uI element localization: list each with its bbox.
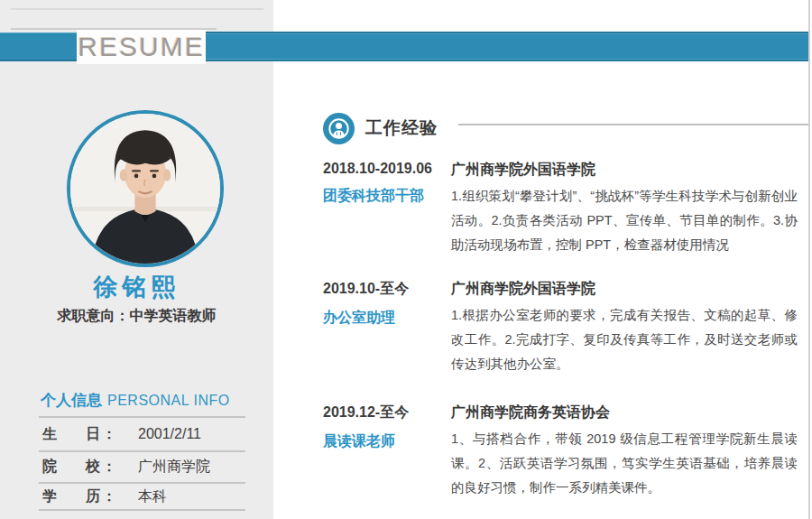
- person-badge-icon: [323, 113, 355, 144]
- entry-description: 1.根据办公室老师的要求，完成有关报告、文稿的起草、修改工作。2.完成打字、复印…: [451, 303, 798, 376]
- row-colon: ：: [102, 487, 116, 506]
- header-accent-band: [206, 32, 809, 61]
- resume-title: RESUME: [78, 32, 204, 62]
- entry-period: 2019.12-至今: [323, 403, 451, 422]
- section-rule-line: [458, 124, 809, 125]
- entry-meta: 2019.12-至今 晨读课老师: [323, 403, 451, 500]
- entry-meta: 2018.10-2019.06 团委科技部干部: [323, 161, 451, 257]
- table-row-school: 院 校 ： 广州商学院: [39, 452, 245, 484]
- portrait-illustration: [70, 114, 220, 264]
- experience-entry: 2018.10-2019.06 团委科技部干部 广州商学院外国语学院 1.组织策…: [323, 161, 798, 257]
- entry-body: 广州商学院外国语学院 1.根据办公室老师的要求，完成有关报告、文稿的起草、修改工…: [451, 280, 798, 376]
- entry-body: 广州商学院外国语学院 1.组织策划“攀登计划”、“挑战杯”等学生科技学术与创新创…: [451, 161, 798, 257]
- personal-info-header: 个人信息PERSONAL INFO: [41, 390, 230, 411]
- entry-meta: 2019.10-至今 办公室助理: [323, 280, 451, 376]
- entry-description: 1.组织策划“攀登计划”、“挑战杯”等学生科技学术与创新创业活动。2.负责各类活…: [451, 184, 798, 257]
- work-experience-title: 工作经验: [365, 116, 438, 140]
- experience-entry: 2019.12-至今 晨读课老师 广州商学院商务英语协会 1、与搭档合作，带领 …: [323, 403, 798, 500]
- row-value: 本科: [138, 487, 167, 506]
- row-colon: ：: [102, 425, 116, 444]
- entry-role: 晨读课老师: [323, 432, 451, 451]
- entry-organization: 广州商学院商务英语协会: [451, 403, 798, 422]
- header-accent-block-left: [0, 32, 77, 61]
- row-label: 学 历: [42, 487, 100, 506]
- personal-info-title-zh: 个人信息: [41, 392, 102, 409]
- personal-info-table: 生 日 ： 2001/2/11 院 校 ： 广州商学院 学 历 ： 本科: [39, 416, 245, 511]
- table-row-birthday: 生 日 ： 2001/2/11: [39, 418, 245, 452]
- entry-role: 办公室助理: [323, 309, 451, 328]
- entry-body: 广州商学院商务英语协会 1、与搭档合作，带领 2019 级信息工程管理学院新生晨…: [451, 403, 798, 500]
- row-label: 院 校: [42, 458, 100, 477]
- entry-organization: 广州商学院外国语学院: [451, 280, 798, 299]
- personal-info-title-en: PERSONAL INFO: [107, 393, 230, 408]
- entry-role: 团委科技部干部: [323, 187, 451, 206]
- row-value: 2001/2/11: [138, 426, 201, 442]
- resume-title-box: RESUME: [77, 30, 206, 64]
- row-label: 生 日: [42, 425, 100, 444]
- row-colon: ：: [102, 458, 116, 477]
- table-row-education: 学 历 ： 本科: [39, 484, 245, 511]
- page-edge-line: [808, 0, 810, 519]
- work-experience-header: 工作经验: [323, 112, 438, 144]
- entry-period: 2018.10-2019.06: [323, 161, 451, 177]
- candidate-name: 徐铭熙: [0, 271, 273, 303]
- entry-period: 2019.10-至今: [323, 280, 451, 299]
- job-intention: 求职意向：中学英语教师: [0, 307, 273, 326]
- profile-photo: [67, 110, 224, 267]
- entry-organization: 广州商学院外国语学院: [451, 161, 798, 180]
- experience-entry: 2019.10-至今 办公室助理 广州商学院外国语学院 1.根据办公室老师的要求…: [323, 280, 798, 376]
- top-divider-line: [11, 8, 263, 10]
- row-value: 广州商学院: [138, 458, 210, 477]
- entry-description: 1、与搭档合作，带领 2019 级信息工程管理学院新生晨读课。2、活跃英语学习氛…: [451, 427, 798, 500]
